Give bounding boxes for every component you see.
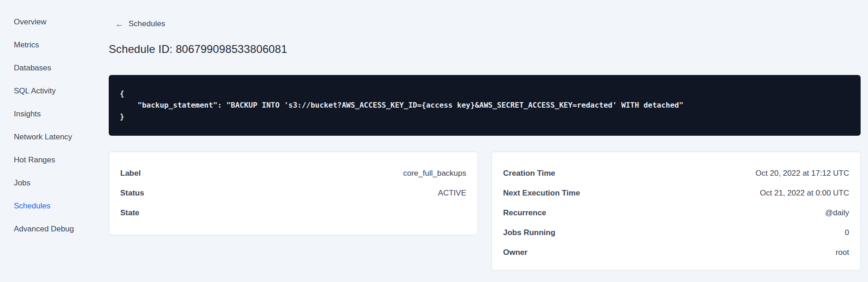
sidebar-item-insights[interactable]: Insights: [0, 109, 90, 119]
row-label: Owner: [503, 248, 528, 257]
code-line: "backup_statement": "BACKUP INTO 's3://b…: [120, 99, 850, 111]
row-label: Label: [120, 169, 141, 178]
row-label: Jobs Running: [503, 228, 555, 237]
row-value: 0: [845, 228, 849, 237]
row-value: ACTIVE: [438, 189, 466, 198]
row-label: Next Execution Time: [503, 189, 580, 198]
code-line: }: [120, 111, 850, 122]
sidebar-item-jobs[interactable]: Jobs: [0, 178, 90, 188]
row-value: core_full_backups: [403, 169, 466, 178]
row-label: Recurrence: [503, 208, 546, 218]
code-line: {: [120, 88, 850, 99]
sidebar: Overview Metrics Databases SQL Activity …: [0, 0, 90, 282]
app-root: Overview Metrics Databases SQL Activity …: [0, 0, 868, 282]
sidebar-item-overview[interactable]: Overview: [0, 17, 90, 27]
schedule-status-card: Label core_full_backups Status ACTIVE St…: [109, 152, 478, 235]
table-row: Jobs Running 0: [503, 228, 849, 248]
schedule-timing-card: Creation Time Oct 20, 2022 at 17:12 UTC …: [492, 152, 861, 270]
sidebar-item-network-latency[interactable]: Network Latency: [0, 132, 90, 142]
table-row: Next Execution Time Oct 21, 2022 at 0:00…: [503, 189, 849, 208]
table-row: Owner root: [503, 248, 849, 268]
row-value: root: [836, 248, 849, 257]
row-value: @daily: [825, 208, 849, 218]
sidebar-item-metrics[interactable]: Metrics: [0, 40, 90, 50]
table-row: State: [120, 208, 466, 228]
page-title: Schedule ID: 806799098533806081: [109, 42, 861, 56]
row-label: Creation Time: [503, 169, 555, 178]
sidebar-item-hot-ranges[interactable]: Hot Ranges: [0, 155, 90, 165]
back-arrow-icon: ←: [115, 19, 123, 29]
table-row: Recurrence @daily: [503, 208, 849, 228]
detail-cards-row: Label core_full_backups Status ACTIVE St…: [109, 152, 861, 270]
row-label: State: [120, 208, 140, 218]
table-row: Label core_full_backups: [120, 169, 466, 189]
back-link[interactable]: ← Schedules: [115, 19, 165, 29]
sidebar-item-databases[interactable]: Databases: [0, 63, 90, 73]
table-row: Status ACTIVE: [120, 189, 466, 208]
main-content: ← Schedules Schedule ID: 806799098533806…: [90, 0, 868, 282]
sidebar-item-advanced-debug[interactable]: Advanced Debug: [0, 224, 90, 234]
row-value: Oct 21, 2022 at 0:00 UTC: [760, 189, 849, 198]
sidebar-item-sql-activity[interactable]: SQL Activity: [0, 86, 90, 96]
table-row: Creation Time Oct 20, 2022 at 17:12 UTC: [503, 169, 849, 189]
sidebar-item-schedules[interactable]: Schedules: [0, 201, 90, 211]
back-link-label: Schedules: [129, 19, 165, 29]
schedule-definition-code-block: { "backup_statement": "BACKUP INTO 's3:/…: [109, 75, 861, 136]
row-label: Status: [120, 189, 144, 198]
row-value: Oct 20, 2022 at 17:12 UTC: [756, 169, 849, 178]
